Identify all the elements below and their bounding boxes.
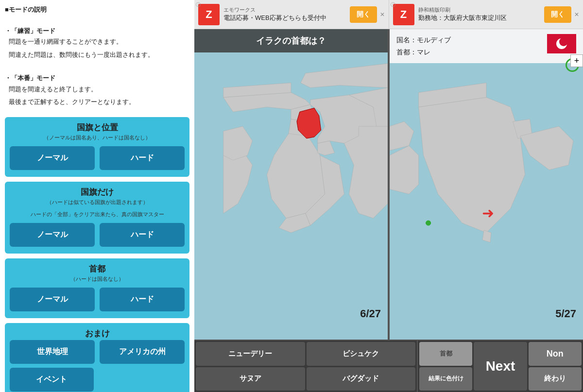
answer-buttons-right: 首都 Next Non 結果に色付け 終わり — [418, 341, 583, 392]
ad-info-icon-1: ⓘ — [196, 1, 201, 8]
score-right: 5/27 — [555, 307, 576, 320]
question-text: イラクの首都は？ — [256, 36, 326, 46]
ad-close-icon-2[interactable]: ✕ — [574, 11, 579, 18]
flag-position-normal-button[interactable]: ノーマル — [10, 146, 95, 170]
right-panel: ⓘ Z エモワークス 電話応募・WEB応募どちらも受付中 開く ✕ ⓘ Z 静和… — [194, 0, 583, 392]
flag-plus-button[interactable]: + — [570, 54, 583, 67]
owari-button[interactable]: 終わり — [529, 367, 582, 391]
flag-only-normal-button[interactable]: ノーマル — [10, 223, 95, 247]
ad-unit-1: ⓘ Z エモワークス 電話応募・WEB応募どちらも受付中 開く ✕ — [194, 0, 389, 29]
answer-button-4[interactable]: バグダッド — [307, 367, 416, 391]
category-flag-position-title: 国旗と位置 — [10, 122, 185, 133]
us-states-button[interactable]: アメリカの州 — [100, 340, 185, 364]
mode-desc-title: ■モードの説明 — [5, 5, 189, 15]
maldives-flag — [547, 34, 576, 53]
capital-normal-button[interactable]: ノーマル — [10, 288, 95, 311]
world-geo-button[interactable]: 世界地理 — [10, 340, 95, 364]
next-button[interactable]: Next — [474, 342, 527, 391]
map-info-text: 国名：モルディブ 首都：マレ — [396, 34, 451, 58]
answer-button-3[interactable]: サヌア — [196, 367, 305, 391]
ad-open-button-2[interactable]: 開く — [544, 6, 571, 23]
ad-unit-2: ⓘ Z 静和精版印刷 勤務地：大阪府大阪市東淀川区 開く ✕ — [389, 0, 583, 29]
category-flag-position-subtitle: （ノーマルは国名あり、ハードは国名なし） — [10, 134, 185, 141]
map-info-panel: 国名：モルディブ 首都：マレ — [390, 29, 583, 63]
category-flag-only-title: 国旗だけ — [10, 187, 185, 198]
mode-description: ■モードの説明 ・「練習」モード 問題を一通り網羅することができます。 間違えた… — [5, 5, 189, 110]
ad-info-icon-2: ⓘ — [391, 1, 395, 8]
category-bonus-title: おまけ — [10, 328, 185, 339]
ad-open-button-1[interactable]: 開く — [350, 6, 377, 23]
ad-company-2: 静和精版印刷 — [418, 6, 541, 14]
map-container: イラクの首都は？ — [194, 29, 583, 340]
category-capital-title: 首都 — [10, 263, 185, 274]
ad-main-text-2: 勤務地：大阪府大阪市東淀川区 — [418, 14, 541, 22]
ad-company-1: エモワークス — [223, 6, 346, 14]
capital-label-button[interactable]: 首都 — [419, 342, 472, 366]
left-panel: ■モードの説明 ・「練習」モード 問題を一通り網羅することができます。 間違えた… — [0, 0, 194, 392]
category-bonus: おまけ 世界地理 アメリカの州 イベント — [5, 323, 189, 392]
ad-logo-2: Z — [393, 4, 414, 25]
map-left: イラクの首都は？ — [194, 29, 388, 340]
capital-hard-button[interactable]: ハード — [100, 288, 185, 311]
ad-text-1: エモワークス 電話応募・WEB応募どちらも受付中 — [223, 6, 346, 22]
arrow-indicator: ➜ — [482, 205, 494, 222]
color-result-button[interactable]: 結果に色付け — [419, 367, 472, 391]
category-flag-position: 国旗と位置 （ノーマルは国名あり、ハードは国名なし） ノーマル ハード — [5, 117, 189, 177]
real-title: ・「本番」モード — [5, 73, 189, 84]
question-bar: イラクの首都は？ — [194, 29, 388, 52]
country-name-display: 国名：モルディブ — [396, 34, 451, 46]
category-capital-subtitle: （ハードは国名なし） — [10, 275, 185, 283]
category-flag-only-subtitle2: ハードの「全部」をクリア出来たら、真の国旗マスター — [10, 211, 185, 218]
flag-position-hard-button[interactable]: ハード — [100, 146, 185, 170]
ad-text-2: 静和精版印刷 勤務地：大阪府大阪市東淀川区 — [418, 6, 541, 22]
practice-desc2: 間違えた問題は、数問後にもう一度出題されます。 — [9, 50, 189, 60]
answer-button-2[interactable]: ビシュケク — [307, 342, 416, 366]
map-svg-left — [194, 29, 388, 340]
category-capital: 首都 （ハードは国名なし） ノーマル ハード — [5, 258, 189, 318]
map-right: 国名：モルディブ 首都：マレ + — [388, 29, 583, 340]
ad-logo-1: Z — [198, 4, 220, 25]
flag-only-hard-button[interactable]: ハード — [100, 223, 185, 247]
map-svg-right — [390, 29, 583, 340]
non-button[interactable]: Non — [529, 342, 582, 366]
practice-title: ・「練習」モード — [5, 26, 189, 36]
real-desc1: 問題を間違えると終了します。 — [9, 85, 189, 95]
score-left: 6/27 — [360, 307, 381, 320]
maldives-crescent — [556, 38, 567, 49]
ad-main-text-1: 電話応募・WEB応募どちらも受付中 — [223, 14, 346, 22]
answer-button-1[interactable]: ニューデリー — [196, 342, 305, 366]
maldives-dot — [426, 221, 431, 225]
category-flag-only: 国旗だけ （ハードは似ている国旗が出題されます） ハードの「全部」をクリア出来た… — [5, 182, 189, 254]
ad-close-icon-1[interactable]: ✕ — [380, 11, 385, 18]
bottom-area: ニューデリー ビシュケク サヌア バグダッド 首都 Next Non 結果に色付… — [194, 340, 583, 392]
events-button[interactable]: イベント — [10, 368, 94, 392]
practice-desc1: 問題を一通り網羅することができます。 — [9, 37, 189, 47]
real-desc2: 最後まで正解すると、クリアーとなります。 — [9, 97, 189, 107]
capital-display: 首都：マレ — [396, 46, 451, 58]
ad-bar: ⓘ Z エモワークス 電話応募・WEB応募どちらも受付中 開く ✕ ⓘ Z 静和… — [194, 0, 583, 29]
category-flag-only-subtitle1: （ハードは似ている国旗が出題されます） — [10, 199, 185, 206]
answer-buttons-left: ニューデリー ビシュケク サヌア バグダッド — [194, 341, 418, 392]
